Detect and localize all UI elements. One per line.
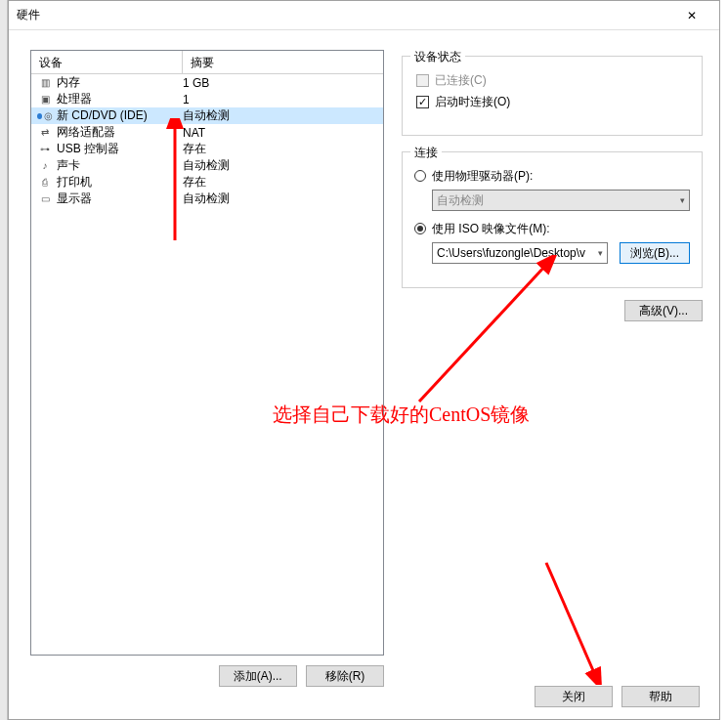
radio-icon [414,223,426,234]
chevron-down-icon: ▾ [598,248,603,258]
browse-button[interactable]: 浏览(B)... [620,242,690,264]
device-name: 内存 [57,74,183,91]
device-status-legend: 设备状态 [410,49,465,65]
device-summary: 自动检测 [183,157,383,174]
iso-path-combo[interactable]: C:\Users\fuzongle\Desktop\v ▾ [432,242,608,264]
memory-icon: ▥ [37,75,53,91]
use-iso-radio-row[interactable]: 使用 ISO 映像文件(M): [414,219,690,238]
page-gutter [0,0,8,720]
connected-label: 已连接(C) [435,72,487,89]
advanced-row: 高级(V)... [402,300,703,321]
device-name: 处理器 [57,91,183,107]
device-name: USB 控制器 [57,141,183,157]
device-name: 新 CD/DVD (IDE) [57,107,183,124]
svg-line-2 [546,563,595,675]
window-title: 硬件 [17,7,672,23]
network-icon: ⇄ [37,125,53,141]
use-physical-radio-row[interactable]: 使用物理驱动器(P): [414,166,690,186]
device-list-buttons: 添加(A)... 移除(R) [30,665,384,687]
device-list-panel: 设备 摘要 ▥内存1 GB▣处理器1◎新 CD/DVD (IDE)自动检测⇄网络… [30,50,384,656]
annotation-arrow-3 [536,558,634,685]
physical-drive-value: 自动检测 [437,192,484,209]
device-list-body: ▥内存1 GB▣处理器1◎新 CD/DVD (IDE)自动检测⇄网络适配器NAT… [31,74,383,207]
device-name: 网络适配器 [57,124,183,141]
connect-on-power-label: 启动时连接(O) [435,94,510,110]
connection-legend: 连接 [410,145,442,161]
footer-buttons: 关闭 帮助 [529,686,700,707]
display-icon: ▭ [37,191,53,207]
device-status-group: 设备状态 已连接(C) 启动时连接(O) [402,56,703,136]
device-name: 打印机 [57,174,183,191]
device-summary: 存在 [183,174,383,191]
device-row[interactable]: ⊶USB 控制器存在 [31,141,383,157]
advanced-button[interactable]: 高级(V)... [624,300,703,321]
sound-icon: ♪ [37,158,53,174]
help-button[interactable]: 帮助 [621,686,700,707]
device-summary: 自动检测 [183,107,383,124]
device-row[interactable]: ⇄网络适配器NAT [31,124,383,141]
device-summary: 自动检测 [183,191,383,207]
close-window-button[interactable]: ✕ [672,2,711,29]
hardware-window: 硬件 ✕ 设备 摘要 ▥内存1 GB▣处理器1◎新 CD/DVD (IDE)自动… [8,0,720,720]
printer-icon: ⎙ [37,175,53,191]
radio-icon [414,170,426,182]
device-summary: 1 [183,93,383,106]
device-row[interactable]: ▥内存1 GB [31,74,383,91]
connection-group: 连接 使用物理驱动器(P): 自动检测 ▾ 使用 ISO 映像文件(M): [402,151,703,288]
device-summary: 存在 [183,141,383,157]
device-row[interactable]: ▣处理器1 [31,91,383,107]
close-button[interactable]: 关闭 [535,686,613,707]
col-summary[interactable]: 摘要 [183,51,383,73]
device-row[interactable]: ♪声卡自动检测 [31,157,383,174]
connected-checkbox-row[interactable]: 已连接(C) [416,70,688,90]
titlebar: 硬件 ✕ [9,1,719,30]
cd-icon: ◎ [37,108,53,124]
checkbox-icon [416,96,429,108]
device-summary: 1 GB [183,76,383,90]
device-row[interactable]: ◎新 CD/DVD (IDE)自动检测 [31,107,383,124]
iso-path-value: C:\Users\fuzongle\Desktop\v [437,246,585,260]
device-list-header: 设备 摘要 [31,51,383,74]
device-row[interactable]: ⎙打印机存在 [31,174,383,191]
add-device-button[interactable]: 添加(A)... [219,665,297,687]
connect-on-power-checkbox-row[interactable]: 启动时连接(O) [416,92,688,111]
usb-icon: ⊶ [37,142,53,157]
device-name: 声卡 [57,157,183,174]
physical-drive-combo: 自动检测 ▾ [432,190,690,211]
checkbox-icon [416,74,429,87]
device-row[interactable]: ▭显示器自动检测 [31,191,383,207]
device-summary: NAT [183,126,383,140]
cpu-icon: ▣ [37,92,53,107]
use-iso-label: 使用 ISO 映像文件(M): [432,221,550,237]
use-physical-label: 使用物理驱动器(P): [432,168,533,185]
col-device[interactable]: 设备 [31,51,183,73]
close-icon: ✕ [687,9,697,22]
remove-device-button[interactable]: 移除(R) [306,665,384,687]
device-name: 显示器 [57,191,183,207]
chevron-down-icon: ▾ [680,195,685,205]
